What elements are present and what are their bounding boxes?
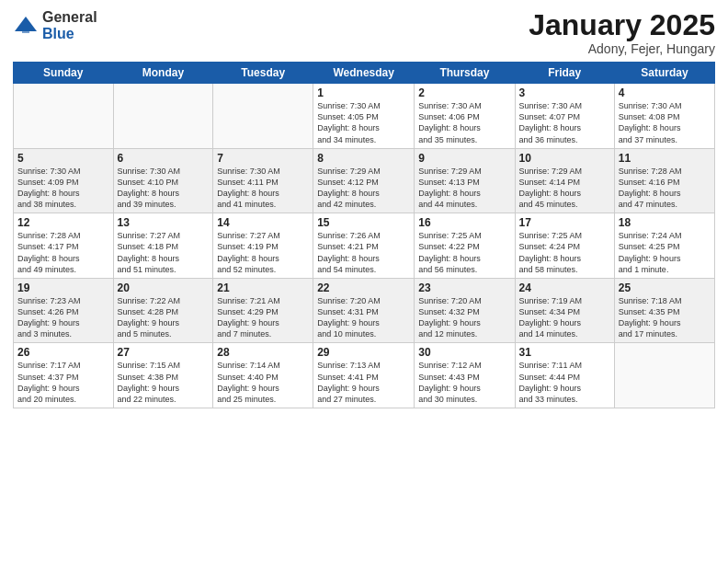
calendar-subtitle: Adony, Fejer, Hungary (529, 41, 715, 56)
day-number: 20 (118, 282, 210, 294)
table-row: 16Sunrise: 7:25 AMSunset: 4:22 PMDayligh… (415, 213, 515, 279)
calendar-title: January 2025 (529, 9, 715, 41)
table-row: 6Sunrise: 7:30 AMSunset: 4:10 PMDaylight… (113, 148, 213, 213)
col-friday: Friday (515, 63, 614, 84)
day-info: Sunrise: 7:25 AMSunset: 4:24 PMDaylight:… (519, 230, 610, 275)
day-number: 10 (519, 152, 610, 165)
day-number: 28 (217, 346, 309, 359)
col-monday: Monday (113, 63, 213, 84)
svg-rect-1 (22, 26, 29, 33)
day-info: Sunrise: 7:25 AMSunset: 4:22 PMDaylight:… (418, 230, 510, 275)
table-row: 18Sunrise: 7:24 AMSunset: 4:25 PMDayligh… (614, 213, 714, 279)
header-row: Sunday Monday Tuesday Wednesday Thursday… (14, 63, 715, 84)
day-number: 4 (619, 86, 711, 99)
col-saturday: Saturday (614, 63, 714, 84)
table-row: 28Sunrise: 7:14 AMSunset: 4:40 PMDayligh… (213, 343, 313, 408)
table-row: 29Sunrise: 7:13 AMSunset: 4:41 PMDayligh… (313, 343, 415, 408)
table-row: 22Sunrise: 7:20 AMSunset: 4:31 PMDayligh… (313, 278, 415, 343)
day-info: Sunrise: 7:30 AMSunset: 4:10 PMDaylight:… (118, 166, 210, 211)
day-info: Sunrise: 7:30 AMSunset: 4:11 PMDaylight:… (217, 166, 309, 211)
table-row: 23Sunrise: 7:20 AMSunset: 4:32 PMDayligh… (415, 278, 515, 343)
col-tuesday: Tuesday (213, 63, 313, 84)
table-row: 15Sunrise: 7:26 AMSunset: 4:21 PMDayligh… (313, 213, 415, 279)
day-info: Sunrise: 7:27 AMSunset: 4:19 PMDaylight:… (217, 230, 309, 275)
day-number: 21 (217, 282, 309, 294)
table-row: 1Sunrise: 7:30 AMSunset: 4:05 PMDaylight… (313, 84, 415, 149)
table-row: 9Sunrise: 7:29 AMSunset: 4:13 PMDaylight… (415, 148, 515, 213)
logo: General Blue (13, 9, 97, 41)
day-number: 26 (17, 346, 109, 359)
day-info: Sunrise: 7:29 AMSunset: 4:14 PMDaylight:… (519, 166, 610, 211)
day-info: Sunrise: 7:29 AMSunset: 4:12 PMDaylight:… (317, 166, 410, 211)
day-info: Sunrise: 7:21 AMSunset: 4:29 PMDaylight:… (217, 295, 309, 340)
day-number: 31 (519, 346, 610, 359)
day-number: 27 (118, 346, 210, 359)
table-row: 30Sunrise: 7:12 AMSunset: 4:43 PMDayligh… (415, 343, 515, 408)
table-row: 20Sunrise: 7:22 AMSunset: 4:28 PMDayligh… (113, 278, 213, 343)
table-row: 7Sunrise: 7:30 AMSunset: 4:11 PMDaylight… (213, 148, 313, 213)
day-info: Sunrise: 7:28 AMSunset: 4:16 PMDaylight:… (619, 166, 711, 211)
table-row (113, 84, 213, 149)
table-row: 10Sunrise: 7:29 AMSunset: 4:14 PMDayligh… (515, 148, 614, 213)
day-number: 2 (418, 86, 510, 99)
day-number: 8 (317, 152, 410, 165)
table-row (213, 84, 313, 149)
table-row: 31Sunrise: 7:11 AMSunset: 4:44 PMDayligh… (515, 343, 614, 408)
day-info: Sunrise: 7:19 AMSunset: 4:34 PMDaylight:… (519, 295, 610, 340)
day-number: 5 (17, 152, 109, 165)
col-thursday: Thursday (415, 63, 515, 84)
table-row: 27Sunrise: 7:15 AMSunset: 4:38 PMDayligh… (113, 343, 213, 408)
day-number: 12 (17, 216, 109, 229)
day-number: 23 (418, 282, 510, 294)
logo-general-text: General (42, 9, 97, 26)
day-info: Sunrise: 7:27 AMSunset: 4:18 PMDaylight:… (118, 230, 210, 275)
table-row: 4Sunrise: 7:30 AMSunset: 4:08 PMDaylight… (614, 84, 714, 149)
table-row: 25Sunrise: 7:18 AMSunset: 4:35 PMDayligh… (614, 278, 714, 343)
table-row: 8Sunrise: 7:29 AMSunset: 4:12 PMDaylight… (313, 148, 415, 213)
table-row (614, 343, 714, 408)
day-info: Sunrise: 7:30 AMSunset: 4:05 PMDaylight:… (317, 100, 410, 145)
day-number: 17 (519, 216, 610, 229)
calendar-week-row: 12Sunrise: 7:28 AMSunset: 4:17 PMDayligh… (14, 213, 715, 279)
table-row: 26Sunrise: 7:17 AMSunset: 4:37 PMDayligh… (14, 343, 114, 408)
logo-text: General Blue (42, 9, 97, 41)
day-info: Sunrise: 7:28 AMSunset: 4:17 PMDaylight:… (17, 230, 109, 275)
day-number: 22 (317, 282, 410, 294)
day-info: Sunrise: 7:15 AMSunset: 4:38 PMDaylight:… (118, 360, 210, 405)
day-number: 11 (619, 152, 711, 165)
table-row: 2Sunrise: 7:30 AMSunset: 4:06 PMDaylight… (415, 84, 515, 149)
table-row: 5Sunrise: 7:30 AMSunset: 4:09 PMDaylight… (14, 148, 114, 213)
day-number: 30 (418, 346, 510, 359)
table-row: 11Sunrise: 7:28 AMSunset: 4:16 PMDayligh… (614, 148, 714, 213)
day-info: Sunrise: 7:11 AMSunset: 4:44 PMDaylight:… (519, 360, 610, 405)
day-info: Sunrise: 7:18 AMSunset: 4:35 PMDaylight:… (619, 295, 711, 340)
day-info: Sunrise: 7:17 AMSunset: 4:37 PMDaylight:… (17, 360, 109, 405)
table-row: 12Sunrise: 7:28 AMSunset: 4:17 PMDayligh… (14, 213, 114, 279)
table-row: 21Sunrise: 7:21 AMSunset: 4:29 PMDayligh… (213, 278, 313, 343)
col-wednesday: Wednesday (313, 63, 415, 84)
title-section: January 2025 Adony, Fejer, Hungary (529, 9, 715, 56)
table-row: 19Sunrise: 7:23 AMSunset: 4:26 PMDayligh… (14, 278, 114, 343)
table-row: 17Sunrise: 7:25 AMSunset: 4:24 PMDayligh… (515, 213, 614, 279)
calendar-table: Sunday Monday Tuesday Wednesday Thursday… (13, 62, 715, 408)
calendar-week-row: 5Sunrise: 7:30 AMSunset: 4:09 PMDaylight… (14, 148, 715, 213)
day-info: Sunrise: 7:30 AMSunset: 4:09 PMDaylight:… (17, 166, 109, 211)
day-info: Sunrise: 7:14 AMSunset: 4:40 PMDaylight:… (217, 360, 309, 405)
table-row: 14Sunrise: 7:27 AMSunset: 4:19 PMDayligh… (213, 213, 313, 279)
day-number: 24 (519, 282, 610, 294)
table-row (14, 84, 114, 149)
day-number: 18 (619, 216, 711, 229)
day-number: 25 (619, 282, 711, 294)
table-row: 24Sunrise: 7:19 AMSunset: 4:34 PMDayligh… (515, 278, 614, 343)
day-info: Sunrise: 7:24 AMSunset: 4:25 PMDaylight:… (619, 230, 711, 275)
header: General Blue January 2025 Adony, Fejer, … (13, 9, 715, 56)
calendar-week-row: 26Sunrise: 7:17 AMSunset: 4:37 PMDayligh… (14, 343, 715, 408)
calendar-week-row: 1Sunrise: 7:30 AMSunset: 4:05 PMDaylight… (14, 84, 715, 149)
day-info: Sunrise: 7:23 AMSunset: 4:26 PMDaylight:… (17, 295, 109, 340)
day-number: 9 (418, 152, 510, 165)
day-info: Sunrise: 7:20 AMSunset: 4:31 PMDaylight:… (317, 295, 410, 340)
table-row: 3Sunrise: 7:30 AMSunset: 4:07 PMDaylight… (515, 84, 614, 149)
day-number: 14 (217, 216, 309, 229)
day-number: 7 (217, 152, 309, 165)
day-info: Sunrise: 7:26 AMSunset: 4:21 PMDaylight:… (317, 230, 410, 275)
